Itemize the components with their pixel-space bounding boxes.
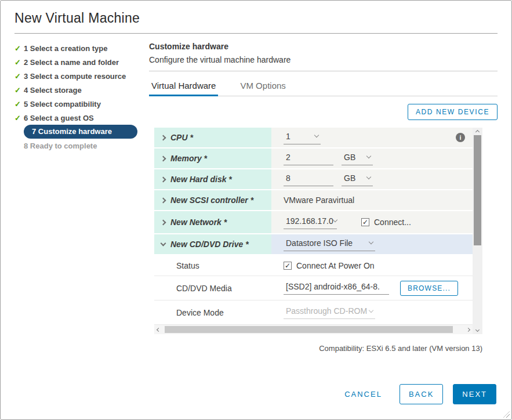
chevron-right-icon: [161, 219, 166, 225]
row-cd-dvd-drive: New CD/DVD Drive * Datastore ISO File: [154, 234, 473, 255]
row-cpu-value: 1 i: [271, 128, 473, 147]
horizontal-scrollbar[interactable]: [154, 325, 473, 334]
horizontal-scrollbar-thumb[interactable]: [165, 326, 453, 333]
memory-size-value: 2: [286, 153, 291, 162]
row-network-expander[interactable]: New Network *: [154, 211, 271, 233]
step-label: 1 Select a creation type: [24, 44, 108, 53]
scroll-right-icon[interactable]: [466, 327, 470, 331]
step-item-4[interactable]: ✓ 4 Select storage: [14, 83, 137, 97]
step-item-2[interactable]: ✓ 2 Select a name and folder: [14, 55, 137, 69]
row-label: New Hard disk *: [170, 175, 232, 184]
disk-unit-value: GB: [344, 173, 355, 183]
disk-unit-select[interactable]: GB: [342, 173, 373, 186]
scsi-controller-value: VMware Paravirtual: [284, 195, 354, 205]
check-icon: ✓: [14, 100, 24, 108]
cancel-button[interactable]: CANCEL: [344, 390, 382, 399]
row-scsi-controller: New SCSI controller * VMware Paravirtual: [154, 190, 473, 211]
vertical-scrollbar-thumb[interactable]: [474, 135, 481, 245]
cd-dvd-media-value: [SSD2] android-x86_64-8. BROWSE...: [271, 276, 473, 300]
subrow-cd-dvd-media: CD/DVD Media [SSD2] android-x86_64-8. BR…: [154, 276, 473, 300]
row-cpu: CPU * 1 i: [154, 128, 473, 149]
cd-dvd-media-input[interactable]: [SSD2] android-x86_64-8.: [284, 281, 389, 295]
chevron-down-icon: [161, 241, 166, 247]
step-item-8: 8 Ready to complete: [14, 139, 137, 153]
memory-unit-select[interactable]: GB: [342, 152, 373, 165]
device-toolbar: ADD NEW DEVICE: [149, 104, 498, 120]
scroll-up-icon[interactable]: [475, 130, 480, 134]
scroll-left-icon[interactable]: [157, 327, 161, 331]
add-new-device-button[interactable]: ADD NEW DEVICE: [408, 104, 498, 120]
cd-dvd-media-label: CD/DVD Media: [154, 276, 271, 300]
check-icon: ✓: [14, 44, 24, 53]
row-scsi-value: VMware Paravirtual: [271, 190, 473, 210]
cd-dvd-media-path: [SSD2] android-x86_64-8.: [286, 282, 380, 291]
network-value: 192.168.17.0: [286, 216, 333, 226]
device-mode-label: Device Mode: [154, 300, 271, 324]
network-connect-checkbox[interactable]: ✓: [361, 218, 369, 226]
row-memory-expander[interactable]: Memory *: [154, 149, 271, 168]
row-network-value: 192.168.17.0 ✓ Connect...: [271, 211, 473, 233]
back-button[interactable]: BACK: [400, 384, 443, 404]
check-icon: ✓: [14, 58, 24, 67]
row-scsi-expander[interactable]: New SCSI controller *: [154, 190, 271, 210]
tab-virtual-hardware[interactable]: Virtual Hardware: [149, 79, 218, 96]
cd-dvd-source-select[interactable]: Datastore ISO File: [284, 238, 375, 251]
step-item-5[interactable]: ✓ 5 Select compatibility: [14, 97, 137, 111]
status-label: Status: [154, 255, 271, 276]
chevron-down-icon: [369, 307, 373, 312]
row-label: New Network *: [170, 218, 227, 227]
step-label: 4 Select storage: [24, 86, 82, 95]
cpu-count-value: 1: [286, 132, 291, 141]
step-item-7-active[interactable]: 7 Customize hardware: [14, 125, 137, 139]
tab-vm-options[interactable]: VM Options: [238, 79, 288, 96]
step-label: 7 Customize hardware: [24, 125, 137, 139]
cpu-count-select[interactable]: 1: [284, 131, 321, 144]
next-button[interactable]: NEXT: [453, 384, 496, 404]
step-label: 5 Select compatibility: [24, 100, 101, 108]
wizard-steps-nav: ✓ 1 Select a creation type ✓ 2 Select a …: [14, 34, 137, 353]
check-icon: ✓: [14, 72, 24, 81]
device-mode-select: Passthrough CD-ROM: [284, 306, 375, 319]
disk-size-input[interactable]: 8: [284, 173, 333, 186]
network-select[interactable]: 192.168.17.0: [284, 216, 337, 229]
step-label: 2 Select a name and folder: [24, 58, 119, 67]
row-hard-disk-expander[interactable]: New Hard disk *: [154, 169, 271, 189]
chevron-down-icon: [366, 154, 371, 158]
cd-dvd-source-value: Datastore ISO File: [286, 238, 353, 248]
info-icon[interactable]: i: [456, 133, 465, 142]
row-hard-disk: New Hard disk * 8 GB: [154, 169, 473, 190]
connect-at-power-on-checkbox[interactable]: ✓: [284, 262, 292, 270]
scroll-down-icon[interactable]: [475, 328, 480, 332]
row-cd-dvd-collapser[interactable]: New CD/DVD Drive *: [154, 234, 271, 254]
status-connect-group: ✓ Connect At Power On: [284, 261, 375, 270]
row-cpu-expander[interactable]: CPU *: [154, 128, 271, 147]
step-header: Customize hardware Configure the virtual…: [149, 34, 498, 71]
hardware-table: CPU * 1 i: [154, 128, 482, 334]
browse-button[interactable]: BROWSE...: [400, 281, 458, 296]
connect-at-power-on-label: Connect At Power On: [296, 261, 375, 270]
dialog-title: New Virtual Machine: [14, 10, 498, 26]
network-connect-label: Connect...: [374, 218, 411, 227]
status-value: ✓ Connect At Power On: [271, 255, 473, 276]
dialog-header: New Virtual Machine: [14, 1, 498, 34]
subrow-device-mode: Device Mode Passthrough CD-ROM: [154, 300, 473, 325]
check-icon: ✓: [14, 114, 24, 122]
hardware-tabs: Virtual Hardware VM Options: [149, 71, 498, 96]
vertical-scrollbar[interactable]: [473, 128, 482, 334]
chevron-right-icon: [161, 155, 166, 161]
dialog-footer: CANCEL BACK NEXT: [344, 384, 496, 404]
chevron-down-icon: [369, 240, 373, 244]
step-item-6[interactable]: ✓ 6 Select a guest OS: [14, 111, 137, 125]
memory-size-input[interactable]: 2: [284, 152, 333, 165]
new-vm-wizard-dialog: New Virtual Machine ✓ 1 Select a creatio…: [0, 0, 512, 420]
row-memory-value: 2 GB: [271, 149, 473, 168]
memory-unit-value: GB: [344, 153, 355, 162]
step-item-1[interactable]: ✓ 1 Select a creation type: [14, 41, 137, 55]
chevron-down-icon: [314, 133, 319, 137]
step-content: Customize hardware Configure the virtual…: [137, 34, 498, 353]
resize-grip-icon[interactable]: [503, 411, 510, 418]
hardware-rows: CPU * 1 i: [154, 128, 473, 334]
step-item-3[interactable]: ✓ 3 Select a compute resource: [14, 69, 137, 83]
compatibility-text: Compatibility: ESXi 6.5 and later (VM ve…: [149, 344, 482, 353]
step-title: Customize hardware: [149, 42, 498, 51]
